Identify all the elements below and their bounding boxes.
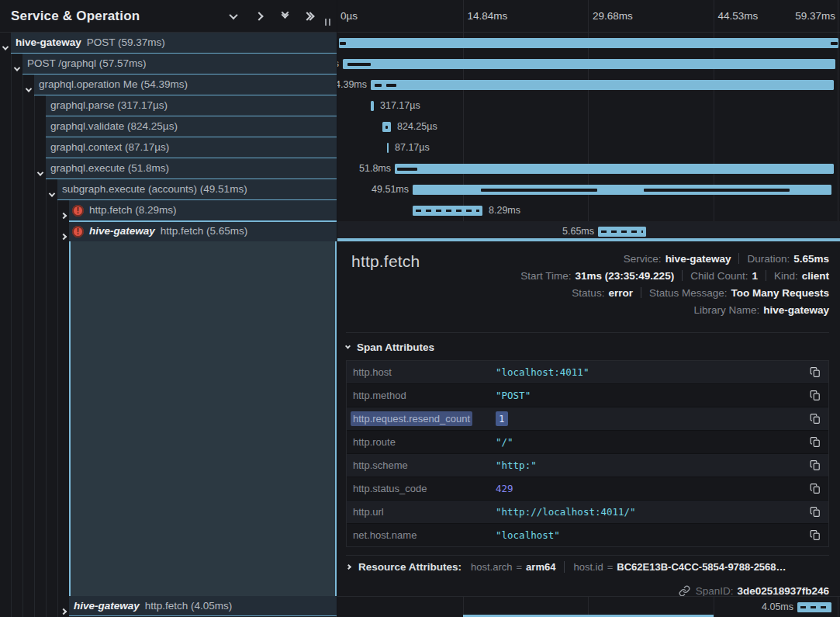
link-icon[interactable] [679, 585, 690, 597]
tree-span-row[interactable]: graphql.operation Me (54.39ms) [0, 75, 337, 95]
tree-span-row[interactable]: graphql.validate (824.25µs) [0, 116, 337, 137]
span-duration-bar[interactable] [797, 602, 831, 612]
attribute-row[interactable]: net.host.name"localhost" [347, 524, 828, 546]
timeline-bottom-row: 4.05ms [337, 596, 840, 617]
tree-span-row[interactable]: graphql.context (87.17µs) [0, 137, 337, 158]
attribute-row[interactable]: http.host"localhost:4011" [347, 361, 828, 383]
tree-span-row[interactable]: hive-gatewayPOST (59.37ms) [0, 33, 337, 54]
expand-all-icon[interactable] [304, 10, 316, 23]
chevron-right-icon[interactable] [61, 228, 66, 242]
chevron-down-icon[interactable] [50, 186, 54, 200]
bar-child-segment [481, 189, 597, 192]
meta-label: Child Count: [690, 270, 748, 282]
meta-divider [738, 253, 739, 264]
chevron-down-icon[interactable] [3, 40, 8, 54]
collapse-one-icon[interactable] [227, 10, 240, 23]
chevron-right-icon[interactable] [61, 603, 66, 617]
meta-divider [766, 270, 766, 281]
span-label: graphql.context (87.17µs) [50, 141, 169, 153]
copy-icon[interactable] [810, 366, 821, 379]
resource-attributes-row[interactable]: Resource Attributes: host.arch=arm64host… [346, 555, 829, 577]
ruler-tick-label: 29.68ms [593, 10, 633, 22]
attribute-key: http.url [347, 506, 496, 518]
chevron-down-icon [345, 344, 351, 349]
timeline-span-row[interactable]: 51.8ms [337, 158, 840, 179]
attribute-row[interactable]: http.method"POST" [347, 384, 828, 407]
attribute-key: http.scheme [347, 459, 496, 471]
panel-resize-handle[interactable] [325, 19, 330, 26]
span-label: graphql.parse (317.17µs) [50, 99, 168, 111]
timeline-ruler: 0µs14.84ms29.68ms44.53ms59.37ms [337, 0, 840, 33]
resource-key: host.arch [471, 561, 512, 573]
span-duration-bar[interactable] [343, 59, 835, 69]
copy-icon[interactable] [810, 506, 821, 518]
span-id-label: SpanID: [696, 585, 734, 597]
error-icon: ! [72, 226, 84, 237]
copy-icon[interactable] [810, 436, 821, 449]
expand-one-icon[interactable] [253, 10, 265, 23]
chevron-down-icon[interactable] [26, 81, 31, 95]
span-duration-bar[interactable] [395, 164, 834, 174]
span-attributes-header[interactable]: Span Attributes [346, 341, 434, 353]
copy-icon[interactable] [810, 413, 821, 425]
meta-label: Kind: [774, 270, 798, 282]
timeline-span-row[interactable]: 317.17µs [337, 95, 840, 116]
attribute-row[interactable]: http.request.resend_count1 [347, 407, 828, 430]
tree-span-row[interactable]: subgraph.execute (accounts) (49.51ms) [0, 179, 337, 200]
copy-icon[interactable] [810, 483, 821, 495]
tree-span-row[interactable]: graphql.execute (51.8ms) [0, 158, 337, 179]
span-duration-bar[interactable] [371, 101, 374, 111]
tree-span-row[interactable]: hive-gatewayhttp.fetch (4.05ms) [0, 596, 337, 616]
timeline-span-row[interactable]: 49.51ms [337, 179, 840, 200]
span-duration-bar[interactable] [382, 122, 391, 132]
resource-equals: = [517, 561, 523, 573]
bar-child-segment [386, 84, 396, 87]
timeline-span-row[interactable]: 57.57ms [337, 54, 840, 75]
section-divider [346, 332, 829, 333]
timeline-span-row[interactable] [337, 33, 840, 54]
span-meta-line: Status:errorStatus Message:Too Many Requ… [572, 284, 829, 301]
service-operation-panel: Service & Operation hive-gatewayPOST (59… [0, 0, 337, 617]
span-duration-bar[interactable] [598, 227, 646, 237]
attribute-row[interactable]: http.scheme"http:" [347, 454, 828, 477]
resource-divider [564, 561, 565, 573]
span-duration-bar[interactable] [339, 38, 838, 48]
attribute-row[interactable]: http.route"/" [347, 431, 828, 453]
duration-label: 4.05ms [762, 601, 793, 612]
copy-icon[interactable] [810, 390, 821, 402]
span-label: graphql.operation Me (54.39ms) [39, 78, 188, 90]
span-duration-bar[interactable] [413, 206, 482, 216]
timeline-span-row[interactable]: 87.17µs [337, 137, 840, 158]
attribute-row[interactable]: http.status_code429 [347, 477, 828, 500]
timeline-span-row[interactable]: 8.29ms [337, 200, 840, 221]
copy-icon[interactable] [810, 459, 821, 472]
tree-span-row[interactable]: POST /graphql (57.57ms) [0, 54, 337, 75]
attribute-row[interactable]: http.url"http://localhost:4011/" [347, 501, 828, 523]
timeline-span-row[interactable]: 824.25µs [337, 116, 840, 137]
bar-child-segment [340, 42, 346, 45]
meta-value: Too Many Requests [731, 287, 829, 299]
timeline-panel: 0µs14.84ms29.68ms44.53ms59.37ms 57.57ms5… [337, 0, 840, 617]
tree-toolbar [227, 0, 316, 33]
selected-span-region [69, 241, 337, 596]
chevron-down-icon[interactable] [38, 165, 43, 179]
span-duration-bar[interactable] [413, 185, 831, 195]
meta-label: Start Time: [520, 270, 571, 282]
duration-label: 54.39ms [337, 79, 367, 90]
span-duration-bar[interactable] [387, 143, 389, 153]
tree-span-row[interactable]: !http.fetch (8.29ms) [0, 200, 337, 221]
span-meta-line: Library Name:hive-gateway [693, 301, 829, 318]
collapse-all-icon[interactable] [278, 10, 291, 23]
service-name: hive-gateway [89, 225, 161, 237]
tree-span-row[interactable]: !hive-gatewayhttp.fetch (5.65ms) [0, 221, 337, 242]
timeline-span-row[interactable]: 54.39ms [337, 75, 840, 95]
tree-span-row[interactable]: graphql.parse (317.17µs) [0, 95, 337, 116]
ruler-tick-label: 59.37ms [795, 10, 835, 22]
copy-icon[interactable] [810, 529, 821, 542]
chevron-right-icon[interactable] [61, 207, 66, 221]
service-name: hive-gateway [16, 36, 87, 48]
span-title: http.fetch [351, 252, 420, 271]
duration-label: 57.57ms [337, 58, 339, 69]
span-duration-bar[interactable] [371, 80, 834, 90]
chevron-down-icon[interactable] [15, 61, 19, 75]
